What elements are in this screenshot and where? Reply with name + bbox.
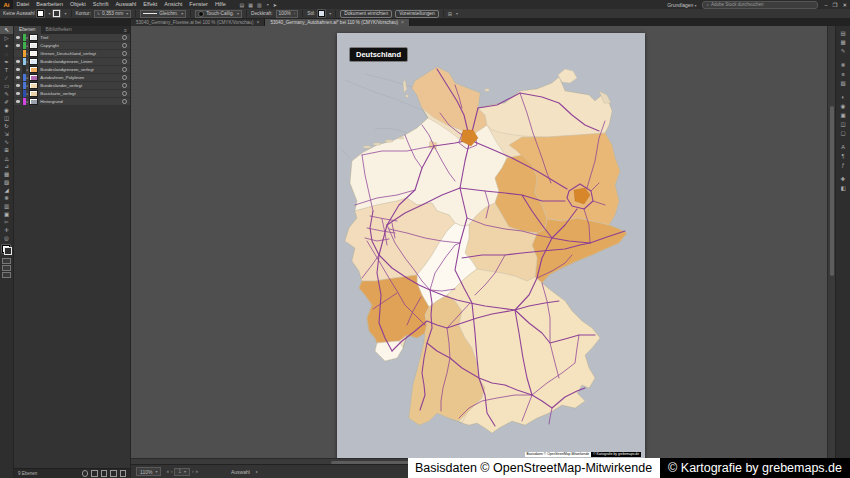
bridge-icon[interactable]: ▤ — [239, 2, 244, 8]
close-button[interactable]: ✕ — [842, 2, 847, 8]
visibility-toggle[interactable] — [14, 82, 23, 89]
fill-stroke-swatches[interactable] — [2, 245, 12, 255]
tab-close-icon[interactable]: × — [401, 19, 404, 25]
draw-behind-mode-icon[interactable] — [2, 265, 11, 271]
brush-dropdown[interactable]: Touch-Callig.▾ — [195, 10, 242, 18]
type-tool-icon[interactable]: T — [0, 66, 13, 74]
expand-layer-icon[interactable]: ▸ — [27, 84, 29, 88]
mesh-tool-icon[interactable]: ▦ — [0, 170, 13, 178]
color-panel-icon[interactable]: ▤ — [836, 28, 850, 37]
zoom-level-dropdown[interactable]: 110%▾ — [136, 467, 161, 476]
visibility-toggle[interactable] — [14, 74, 23, 81]
graph-tool-icon[interactable]: ▥ — [0, 202, 13, 210]
paintbrush-tool-icon[interactable]: ✎ — [0, 90, 13, 98]
rectangle-tool-icon[interactable]: ▭ — [0, 82, 13, 90]
layer-target-icon[interactable] — [122, 43, 127, 48]
fill-color-swatch[interactable] — [37, 10, 44, 17]
arrange-documents-caret-icon[interactable]: ▾ — [267, 2, 269, 7]
style-swatch[interactable] — [318, 10, 325, 17]
stock-search-input[interactable]: ⌕Adobe Stock durchsuchen — [702, 1, 818, 9]
menu-ansicht[interactable]: Ansicht — [161, 0, 186, 9]
menu-effekt[interactable]: Effekt — [140, 0, 161, 9]
layer-row-hintergrund[interactable]: ▸Hintergrund — [14, 98, 130, 106]
stroke-panel-icon[interactable]: ≡ — [836, 69, 850, 78]
share-icon[interactable]: ➤ — [273, 2, 277, 8]
expand-layer-icon[interactable]: ▸ — [27, 60, 29, 64]
document-tab-2[interactable]: 53040_Germany_Autobahnen.ai* bei 110 % (… — [265, 18, 410, 26]
layer-target-icon[interactable] — [122, 67, 127, 72]
delete-layer-icon[interactable] — [120, 470, 127, 477]
hand-tool-icon[interactable]: ✛ — [0, 226, 13, 234]
pen-tool-icon[interactable]: ✒ — [0, 58, 13, 66]
menu-bearbeiten[interactable]: Bearbeiten — [33, 0, 67, 9]
layer-name-label[interactable]: Titel — [40, 35, 122, 40]
transparency-panel-icon[interactable]: ◐ — [836, 92, 850, 101]
expand-layer-icon[interactable]: ▸ — [27, 92, 29, 96]
character-panel-icon[interactable]: A — [836, 142, 850, 151]
visibility-toggle[interactable] — [14, 66, 23, 73]
blob-brush-tool-icon[interactable]: ◉ — [0, 106, 13, 114]
stroke-color-swatch[interactable] — [53, 10, 60, 17]
panel-menu-icon[interactable]: ≡ — [124, 27, 127, 33]
minimize-button[interactable]: – — [824, 2, 827, 8]
previous-artboard-icon[interactable]: ‹ — [171, 469, 173, 474]
first-artboard-icon[interactable]: « — [166, 469, 169, 474]
opentype-panel-icon[interactable]: ƒ — [836, 160, 850, 169]
slice-tool-icon[interactable]: ✂ — [0, 218, 13, 226]
visibility-toggle[interactable] — [14, 50, 23, 57]
tab-bibliotheken[interactable]: Bibliotheken — [41, 26, 77, 34]
expand-layer-icon[interactable]: ▸ — [27, 100, 29, 104]
selection-tool-icon[interactable]: ↖ — [0, 26, 13, 34]
gradient-tool-icon[interactable]: ▧ — [0, 178, 13, 186]
document-tab-1[interactable]: 53040_Germany_Fluesse.ai bei 100 % (CMYK… — [131, 18, 265, 26]
expand-layer-icon[interactable]: ▸ — [27, 36, 29, 40]
brushes-panel-icon[interactable]: ✎ — [836, 46, 850, 55]
tab-ebenen[interactable]: Ebenen — [14, 26, 41, 34]
layer-name-label[interactable]: Hintergrund — [40, 99, 122, 104]
next-artboard-icon[interactable]: › — [192, 469, 194, 474]
magic-wand-tool-icon[interactable]: ✦ — [0, 42, 13, 50]
visibility-toggle[interactable] — [14, 34, 23, 41]
shape-builder-tool-icon[interactable]: ◬ — [0, 154, 13, 162]
layer-name-label[interactable]: Bundeslandgrenzen_verlegt — [40, 67, 122, 72]
last-artboard-icon[interactable]: » — [195, 469, 198, 474]
visibility-toggle[interactable] — [14, 98, 23, 105]
layer-target-icon[interactable] — [122, 51, 127, 56]
expand-layer-icon[interactable]: ▸ — [27, 76, 29, 80]
map-artboard[interactable]: Deutschland Basisdaten © OpenStreetMap-M… — [337, 33, 645, 461]
menu-fenster[interactable]: Fenster — [186, 0, 212, 9]
preferences-button[interactable]: Voreinstellungen — [395, 10, 438, 18]
isolate-selection-icon[interactable]: ⊞ — [448, 11, 452, 17]
eraser-tool-icon[interactable]: ◫ — [0, 114, 13, 122]
layer-target-icon[interactable] — [122, 59, 127, 64]
free-transform-tool-icon[interactable]: ⊞ — [0, 146, 13, 154]
clipping-mask-icon[interactable] — [91, 470, 98, 477]
new-sublayer-icon[interactable] — [101, 470, 108, 477]
lasso-tool-icon[interactable]: ◌ — [0, 50, 13, 58]
paragraph-panel-icon[interactable]: ¶ — [836, 151, 850, 160]
direct-selection-tool-icon[interactable]: ▷ — [0, 34, 13, 42]
visibility-toggle[interactable] — [14, 58, 23, 65]
layer-target-icon[interactable] — [122, 35, 127, 40]
appearance-panel-icon[interactable]: ◉ — [836, 101, 850, 110]
document-setup-button[interactable]: Dokument einrichten — [340, 10, 392, 18]
symbols-panel-icon[interactable]: ❋ — [836, 60, 850, 69]
menu-objekt[interactable]: Objekt — [66, 0, 89, 9]
opacity-value[interactable]: 100%› — [276, 10, 299, 18]
layer-row-bundeslandgrenzen_verlegt[interactable]: ▸Bundeslandgrenzen_verlegt — [14, 66, 130, 74]
layer-name-label[interactable]: Copyright — [40, 43, 122, 48]
visibility-toggle[interactable] — [14, 42, 23, 49]
gradient-panel-icon[interactable]: ▧ — [836, 78, 850, 87]
layers-panel-icon[interactable]: ◫ — [836, 119, 850, 128]
menu-datei[interactable]: Datei — [13, 0, 33, 9]
vertical-scrollbar[interactable] — [827, 26, 835, 458]
layer-name-label[interactable]: Grenze_Deutschland_verlegt — [40, 51, 122, 56]
eyedropper-tool-icon[interactable]: ◢ — [0, 186, 13, 194]
layer-row-grenze_deutschland_verlegt[interactable]: ▸Grenze_Deutschland_verlegt — [14, 50, 130, 58]
layer-row-bundesländer_verlegt[interactable]: ▸Bundesländer_verlegt — [14, 82, 130, 90]
restore-button[interactable]: ❐ — [832, 2, 837, 8]
status-options-caret-icon[interactable]: ▸ — [256, 469, 258, 474]
layer-row-bundeslandgrenzen_linien[interactable]: ▸Bundeslandgrenzen_Linien — [14, 58, 130, 66]
align-panel-icon[interactable]: ✚ — [836, 174, 850, 183]
layer-row-copyright[interactable]: ▸Copyright — [14, 42, 130, 50]
